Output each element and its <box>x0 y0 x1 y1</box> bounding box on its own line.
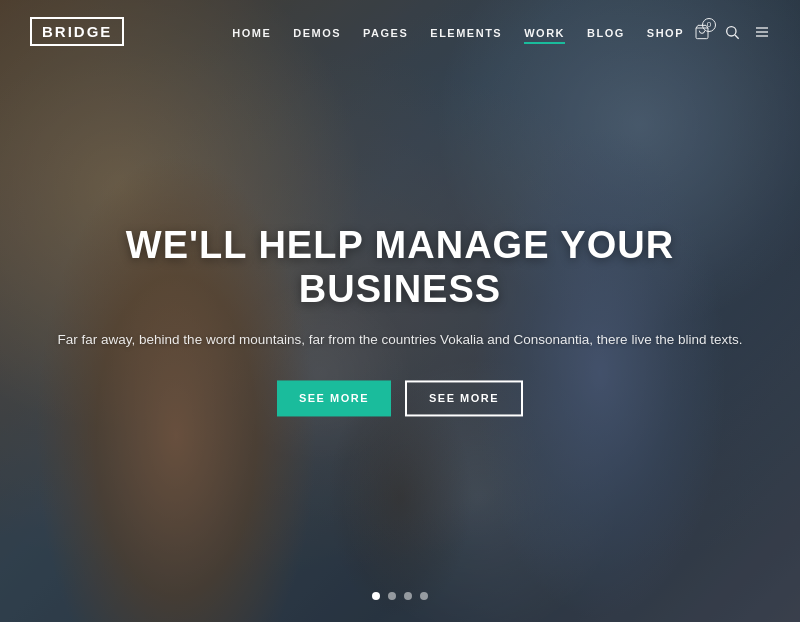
nav-item-work[interactable]: WORK <box>524 23 565 41</box>
nav-item-demos[interactable]: DEMOS <box>293 23 341 41</box>
nav-item-blog[interactable]: BLOG <box>587 23 625 41</box>
slider-dot-4[interactable] <box>420 592 428 600</box>
hero-subtitle: Far far away, behind the word mountains,… <box>50 330 750 353</box>
nav-link-work[interactable]: WORK <box>524 27 565 39</box>
nav-link-elements[interactable]: ELEMENTS <box>430 27 502 39</box>
logo[interactable]: BRIDGE <box>30 17 124 46</box>
svg-line-2 <box>735 35 739 39</box>
hero-primary-button[interactable]: SEE MORE <box>277 381 391 417</box>
cart-icon[interactable]: 0 <box>694 24 710 40</box>
menu-icon[interactable] <box>754 24 770 40</box>
nav-item-pages[interactable]: PAGES <box>363 23 408 41</box>
search-icon[interactable] <box>724 24 740 40</box>
nav-link-shop[interactable]: SHOP <box>647 27 684 39</box>
slider-dot-3[interactable] <box>404 592 412 600</box>
hero-title: WE'LL HELP MANAGE YOUR BUSINESS <box>50 224 750 311</box>
slider-dot-2[interactable] <box>388 592 396 600</box>
slider-dots <box>372 592 428 600</box>
nav-item-home[interactable]: HOME <box>232 23 271 41</box>
hero-content: WE'LL HELP MANAGE YOUR BUSINESS Far far … <box>50 224 750 416</box>
nav-link-pages[interactable]: PAGES <box>363 27 408 39</box>
nav-item-elements[interactable]: ELEMENTS <box>430 23 502 41</box>
nav-link-blog[interactable]: BLOG <box>587 27 625 39</box>
cart-badge: 0 <box>702 18 716 32</box>
hero-secondary-button[interactable]: SEE MORE <box>405 381 523 417</box>
hero-section: BRIDGE HOME DEMOS PAGES ELEMENTS WORK BL… <box>0 0 800 622</box>
nav-link-home[interactable]: HOME <box>232 27 271 39</box>
navbar: BRIDGE HOME DEMOS PAGES ELEMENTS WORK BL… <box>0 0 800 63</box>
nav-icons: 0 <box>694 24 770 40</box>
search-svg <box>724 24 740 40</box>
slider-dot-1[interactable] <box>372 592 380 600</box>
nav-item-shop[interactable]: SHOP <box>647 23 684 41</box>
hero-buttons: SEE MORE SEE MORE <box>50 381 750 417</box>
nav-links: HOME DEMOS PAGES ELEMENTS WORK BLOG SHOP <box>232 23 684 41</box>
nav-link-demos[interactable]: DEMOS <box>293 27 341 39</box>
svg-point-1 <box>727 26 736 35</box>
hamburger-svg <box>754 24 770 40</box>
